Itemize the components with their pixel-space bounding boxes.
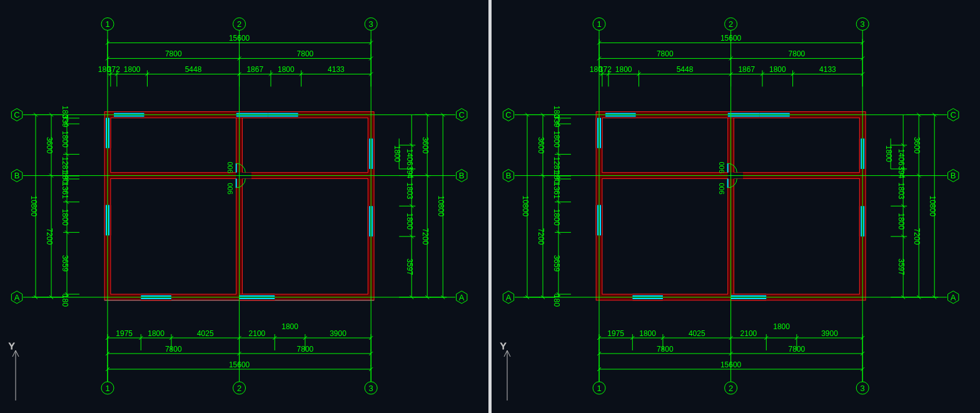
svg-text:3600: 3600 — [537, 137, 545, 154]
svg-text:1800: 1800 — [552, 131, 561, 148]
svg-text:15600: 15600 — [229, 360, 250, 369]
svg-text:15600: 15600 — [720, 34, 742, 43]
svg-text:15600: 15600 — [229, 34, 250, 43]
svg-text:10800: 10800 — [29, 196, 38, 217]
cad-drawing-right[interactable]: 900900112233AABBCC1560078007800180372180… — [492, 0, 980, 413]
svg-text:2: 2 — [729, 19, 733, 29]
svg-text:3900: 3900 — [330, 329, 346, 338]
svg-text:2: 2 — [237, 19, 241, 29]
svg-rect-304 — [728, 176, 743, 179]
drawing-panel-right[interactable]: 900900112233AABBCC1560078007800180372180… — [492, 0, 980, 413]
svg-text:1800: 1800 — [773, 322, 790, 331]
svg-text:A: A — [506, 293, 512, 302]
svg-text:4025: 4025 — [689, 329, 705, 338]
svg-text:A: A — [459, 293, 465, 302]
svg-text:7800: 7800 — [297, 345, 314, 354]
svg-text:10800: 10800 — [928, 196, 937, 217]
svg-text:394: 394 — [405, 166, 414, 178]
svg-text:2: 2 — [237, 384, 241, 393]
svg-rect-9 — [111, 178, 236, 294]
svg-text:3600: 3600 — [45, 137, 54, 154]
svg-text:C: C — [14, 110, 19, 120]
svg-text:900: 900 — [226, 183, 234, 194]
svg-rect-8 — [242, 118, 368, 172]
svg-text:7800: 7800 — [165, 49, 182, 58]
cad-drawing-left[interactable]: 900900112233AABBCC1560078007800180372180… — [0, 0, 488, 413]
svg-rect-7 — [111, 118, 236, 172]
svg-text:A: A — [951, 293, 956, 302]
svg-text:5448: 5448 — [185, 65, 202, 74]
svg-text:3597: 3597 — [405, 258, 414, 275]
svg-rect-253 — [734, 118, 859, 172]
svg-text:180: 180 — [61, 106, 69, 118]
svg-text:900: 900 — [718, 162, 725, 173]
svg-text:2100: 2100 — [249, 329, 266, 338]
svg-text:1800: 1800 — [61, 209, 69, 226]
svg-text:3659: 3659 — [61, 255, 69, 272]
drawing-panel-left[interactable]: 900900112233AABBCC1560078007800180372180… — [0, 0, 488, 413]
svg-text:B: B — [14, 171, 20, 180]
svg-text:10800: 10800 — [521, 196, 530, 217]
svg-text:1: 1 — [105, 19, 109, 29]
svg-text:7800: 7800 — [789, 49, 806, 58]
svg-text:7200: 7200 — [421, 228, 430, 245]
svg-rect-254 — [602, 178, 728, 294]
svg-text:1800: 1800 — [615, 65, 632, 74]
svg-rect-252 — [602, 118, 728, 172]
ucs-icon: Y — [500, 341, 526, 400]
svg-text:1803: 1803 — [897, 183, 906, 200]
svg-text:7800: 7800 — [165, 345, 182, 354]
svg-text:7200: 7200 — [45, 228, 54, 245]
svg-text:1800: 1800 — [61, 131, 69, 148]
svg-text:3900: 3900 — [821, 329, 838, 338]
svg-text:394: 394 — [897, 166, 906, 178]
svg-text:1800: 1800 — [148, 329, 164, 338]
svg-text:4025: 4025 — [197, 329, 214, 338]
svg-text:5448: 5448 — [677, 65, 694, 74]
svg-rect-60 — [236, 176, 251, 179]
svg-text:180: 180 — [552, 106, 561, 118]
svg-text:1800: 1800 — [405, 213, 414, 230]
svg-text:1975: 1975 — [607, 329, 624, 338]
svg-text:2: 2 — [729, 384, 733, 393]
svg-text:1281: 1281 — [552, 156, 561, 173]
svg-rect-255 — [734, 178, 859, 294]
svg-text:7800: 7800 — [297, 49, 314, 58]
svg-text:B: B — [459, 171, 465, 180]
svg-text:1867: 1867 — [738, 65, 755, 74]
svg-text:3: 3 — [369, 19, 373, 29]
svg-text:3: 3 — [369, 384, 373, 393]
svg-text:C: C — [505, 110, 511, 120]
svg-rect-57 — [236, 173, 251, 176]
svg-text:7800: 7800 — [657, 49, 674, 58]
svg-text:7800: 7800 — [657, 345, 674, 354]
svg-text:1361: 1361 — [552, 182, 561, 199]
svg-text:1867: 1867 — [246, 65, 263, 74]
svg-text:1800: 1800 — [281, 322, 298, 331]
svg-text:1800: 1800 — [897, 213, 906, 230]
svg-text:1800: 1800 — [769, 65, 786, 74]
svg-text:1: 1 — [597, 384, 601, 393]
svg-text:900: 900 — [226, 162, 234, 173]
svg-rect-10 — [242, 178, 368, 294]
svg-text:3600: 3600 — [421, 137, 430, 154]
svg-text:3597: 3597 — [897, 258, 906, 275]
svg-text:1800: 1800 — [639, 329, 656, 338]
svg-text:1800: 1800 — [393, 145, 402, 162]
svg-text:1: 1 — [597, 19, 601, 29]
svg-text:C: C — [951, 110, 956, 120]
svg-text:1406: 1406 — [897, 149, 906, 166]
svg-text:B: B — [506, 171, 512, 180]
svg-text:10800: 10800 — [437, 196, 445, 217]
svg-text:7800: 7800 — [789, 345, 806, 354]
svg-text:1: 1 — [105, 384, 109, 393]
svg-text:Y: Y — [9, 341, 15, 351]
svg-text:B: B — [951, 171, 956, 180]
svg-text:3: 3 — [861, 384, 865, 393]
svg-text:1800: 1800 — [884, 145, 893, 162]
svg-text:2100: 2100 — [740, 329, 757, 338]
ucs-icon: Y — [9, 341, 34, 400]
svg-text:1406: 1406 — [405, 149, 414, 166]
svg-text:1800: 1800 — [552, 209, 561, 226]
svg-text:7200: 7200 — [912, 228, 921, 245]
